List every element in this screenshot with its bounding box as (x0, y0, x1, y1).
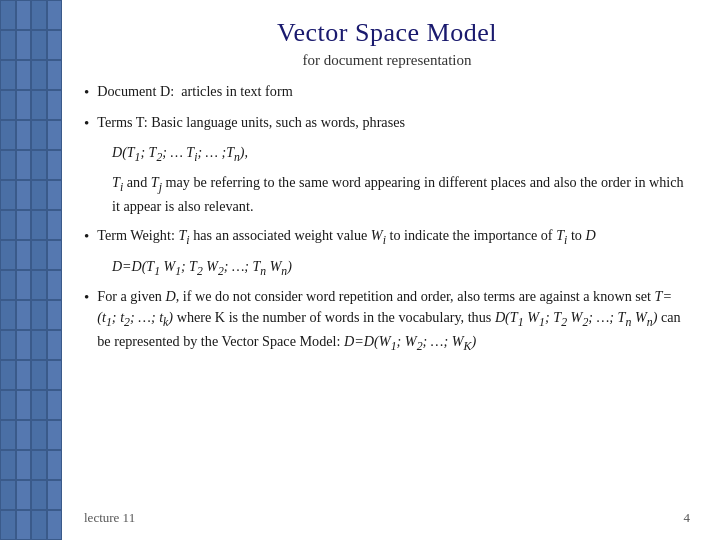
slide-title: Vector Space Model (84, 18, 690, 48)
bullet-text-1: Document D: articles in text form (97, 81, 690, 102)
left-decorative-panel (0, 0, 62, 540)
bullet-item-4: • For a given D, if we do not consider w… (84, 286, 690, 355)
footer-left: lecture 11 (84, 510, 135, 526)
formula-terms: D(T1; T2; … Ti; … ;Tn), (112, 143, 690, 167)
formula-weight: D=D(T1 W1; T2 W2; …; Tn Wn) (112, 257, 690, 281)
bullet-dot-1: • (84, 82, 89, 104)
content-area: • Document D: articles in text form • Te… (84, 81, 690, 504)
bullet-item-3: • Term Weight: Ti has an associated weig… (84, 225, 690, 249)
bullet-dot-4: • (84, 287, 89, 309)
terms-description: Ti and Tj may be referring to the same w… (112, 172, 690, 217)
slide-footer: lecture 11 4 (84, 504, 690, 526)
slide-subtitle: for document representation (84, 52, 690, 69)
bullet-item-2: • Terms T: Basic language units, such as… (84, 112, 690, 135)
footer-right: 4 (684, 510, 691, 526)
bullet-text-2: Terms T: Basic language units, such as w… (97, 112, 690, 133)
bullet-dot-3: • (84, 226, 89, 248)
bullet-text-3: Term Weight: Ti has an associated weight… (97, 225, 690, 249)
slide-content: Vector Space Model for document represen… (62, 0, 720, 540)
bullet-text-4: For a given D, if we do not consider wor… (97, 286, 690, 355)
bullet-dot-2: • (84, 113, 89, 135)
bullet-item-1: • Document D: articles in text form (84, 81, 690, 104)
